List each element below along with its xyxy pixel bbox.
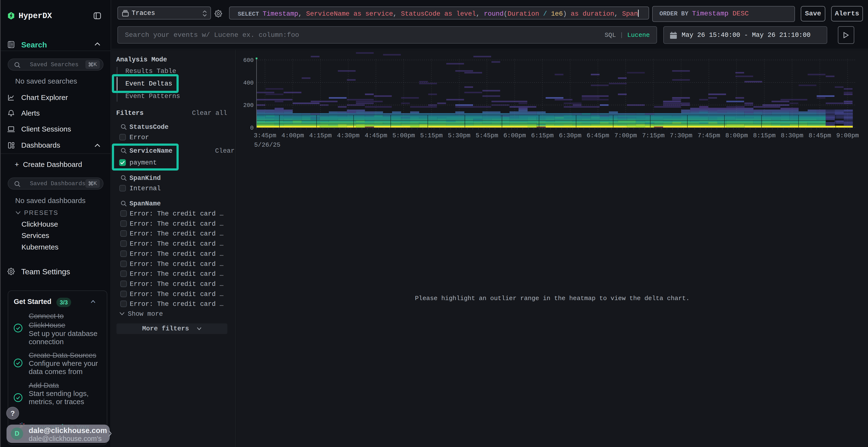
svg-text:8:45pm: 8:45pm — [808, 132, 831, 139]
svg-text:600: 600 — [243, 57, 254, 64]
svg-text:6:00pm: 6:00pm — [503, 132, 526, 139]
svg-text:6:15pm: 6:15pm — [531, 132, 554, 139]
svg-text:5:00pm: 5:00pm — [392, 132, 415, 139]
svg-text:4:45pm: 4:45pm — [365, 132, 387, 139]
svg-text:400: 400 — [243, 80, 254, 86]
svg-text:6:30pm: 6:30pm — [559, 132, 582, 139]
svg-text:7:15pm: 7:15pm — [642, 132, 665, 139]
svg-text:5/26/25: 5/26/25 — [254, 141, 280, 148]
svg-text:8:00pm: 8:00pm — [725, 132, 748, 139]
svg-text:7:45pm: 7:45pm — [698, 132, 720, 139]
svg-text:3:45pm: 3:45pm — [254, 132, 276, 139]
svg-text:9:00pm: 9:00pm — [836, 132, 859, 139]
svg-text:5:45pm: 5:45pm — [476, 132, 498, 139]
svg-text:4:15pm: 4:15pm — [309, 132, 332, 139]
svg-text:5:15pm: 5:15pm — [420, 132, 443, 139]
svg-text:5:30pm: 5:30pm — [448, 132, 471, 139]
svg-text:8:30pm: 8:30pm — [781, 132, 803, 139]
svg-text:8:15pm: 8:15pm — [753, 132, 776, 139]
svg-text:4:30pm: 4:30pm — [337, 132, 360, 139]
svg-text:7:30pm: 7:30pm — [670, 132, 692, 139]
svg-text:200: 200 — [243, 102, 254, 109]
svg-text:6:45pm: 6:45pm — [587, 132, 609, 139]
svg-text:7:00pm: 7:00pm — [614, 132, 637, 139]
svg-text:0: 0 — [250, 125, 254, 131]
svg-text:4:00pm: 4:00pm — [281, 132, 304, 139]
